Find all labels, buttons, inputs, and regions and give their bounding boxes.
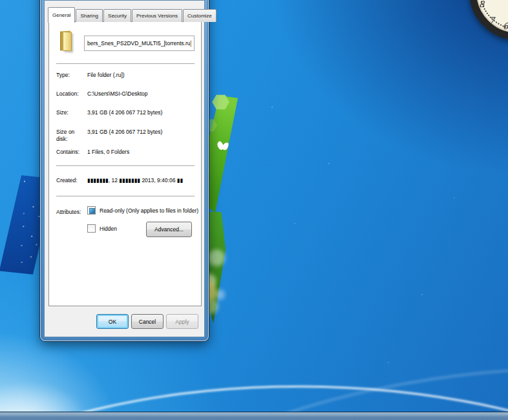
tab-security[interactable]: Security [103, 9, 131, 22]
separator [56, 63, 195, 64]
folder-icon-front [63, 32, 72, 52]
tab-security-label: Security [108, 13, 127, 19]
field-value: 1 Files, 0 Folders [87, 149, 197, 156]
field-row-contains: Contains: 1 Files, 0 Folders [56, 149, 197, 156]
hidden-checkbox[interactable] [87, 224, 96, 233]
field-row-location: Location: C:\Users\MSI-G\Desktop [56, 90, 197, 98]
butterfly-icon [217, 140, 230, 153]
clock-number-8: 8 [479, 0, 484, 9]
separator [56, 165, 195, 166]
attributes-label: Attributes: [56, 209, 81, 215]
field-value: ▮▮▮▮▮▮▮, 12 ▮▮▮▮▮▮▮ 2013, 9:40:06 ▮▮ [87, 177, 197, 184]
field-label: Type: [56, 72, 87, 79]
bokeh-circle [208, 249, 225, 266]
field-value: C:\Users\MSI-G\Desktop [87, 90, 197, 98]
apply-button[interactable]: Apply [166, 314, 198, 329]
separator [56, 196, 195, 196]
tab-customize-label: Customize [187, 13, 212, 19]
field-row-size: Size: 3,91 GB (4 206 067 712 bytes) [56, 109, 197, 116]
tab-sharing[interactable]: Sharing [76, 9, 103, 22]
dialog-client-area: General Sharing Security Previous Versio… [44, 0, 205, 337]
field-label: Size: [56, 109, 87, 116]
tab-strip: General Sharing Security Previous Versio… [48, 6, 217, 22]
tab-sharing-label: Sharing [80, 13, 98, 19]
folder-properties-dialog: General Sharing Security Previous Versio… [40, 0, 209, 341]
field-label: Created: [56, 177, 87, 184]
desktop: 8 7 6 General Sharing Security Previous … [0, 0, 508, 420]
flag-pane-dots [24, 181, 25, 182]
bokeh-circle [215, 289, 225, 300]
field-row-created: Created: ▮▮▮▮▮▮▮, 12 ▮▮▮▮▮▮▮ 2013, 9:40:… [56, 177, 197, 184]
tab-previous-versions[interactable]: Previous Versions [132, 9, 182, 22]
taskbar[interactable] [0, 412, 508, 420]
field-label: Size on disk: [56, 129, 87, 143]
tab-previous-versions-label: Previous Versions [136, 13, 178, 19]
general-tab-page: Type: File folder (.ru]) Location: C:\Us… [48, 21, 202, 306]
hidden-label: Hidden [100, 226, 117, 232]
cancel-button[interactable]: Cancel [131, 314, 164, 329]
field-label: Contains: [56, 149, 87, 156]
clock-number-7: 7 [489, 16, 494, 25]
read-only-label: Read-only (Only applies to files in fold… [100, 207, 198, 214]
field-row-size-on-disk: Size on disk: 3,91 GB (4 206 067 712 byt… [56, 129, 197, 143]
hidden-checkbox-row: Hidden [87, 224, 117, 233]
tab-general-label: General [52, 12, 70, 18]
folder-icon [58, 30, 78, 53]
advanced-button[interactable]: Advanced... [146, 222, 192, 237]
tab-general[interactable]: General [48, 7, 75, 23]
ok-button[interactable]: OK [96, 314, 129, 329]
wallpaper-sparkles [0, 0, 1, 1]
folder-name-input[interactable] [84, 36, 195, 51]
field-value: 3,91 GB (4 206 067 712 bytes) [87, 129, 197, 143]
field-row-type: Type: File folder (.ru]) [56, 72, 197, 79]
field-label: Location: [56, 90, 87, 98]
read-only-checkbox-row: Read-only (Only applies to files in fold… [87, 206, 198, 215]
tab-customize[interactable]: Customize [183, 9, 217, 22]
clock-number-6: 6 [503, 21, 508, 31]
field-value: 3,91 GB (4 206 067 712 bytes) [87, 109, 197, 116]
field-value: File folder (.ru]) [87, 72, 197, 79]
read-only-checkbox[interactable] [87, 206, 96, 215]
